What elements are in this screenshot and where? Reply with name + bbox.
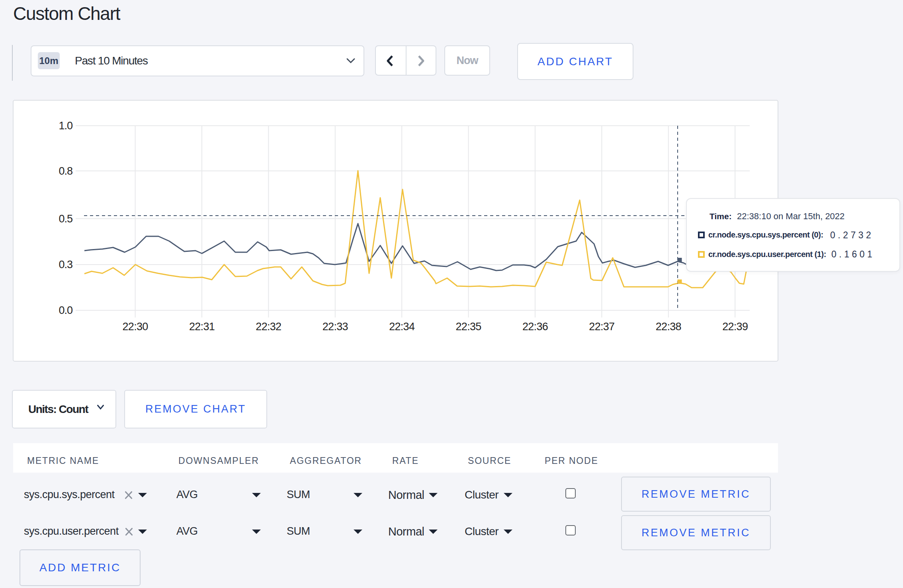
svg-text:0.0: 0.0 <box>59 304 72 316</box>
svg-text:22:32: 22:32 <box>256 321 281 333</box>
svg-text:0.5: 0.5 <box>59 213 72 225</box>
svg-text:22:38: 22:38 <box>656 321 681 333</box>
svg-text:22:31: 22:31 <box>189 321 215 333</box>
svg-text:22:34: 22:34 <box>389 321 415 333</box>
svg-text:22:30: 22:30 <box>123 321 148 333</box>
svg-text:22:33: 22:33 <box>322 321 348 333</box>
svg-text:1.0: 1.0 <box>59 120 72 132</box>
svg-text:22:39: 22:39 <box>722 321 748 333</box>
svg-text:0.8: 0.8 <box>59 165 72 177</box>
svg-text:22:35: 22:35 <box>456 321 481 333</box>
svg-text:22:36: 22:36 <box>522 321 548 333</box>
svg-text:0.3: 0.3 <box>59 259 72 271</box>
svg-text:22:37: 22:37 <box>589 321 614 333</box>
